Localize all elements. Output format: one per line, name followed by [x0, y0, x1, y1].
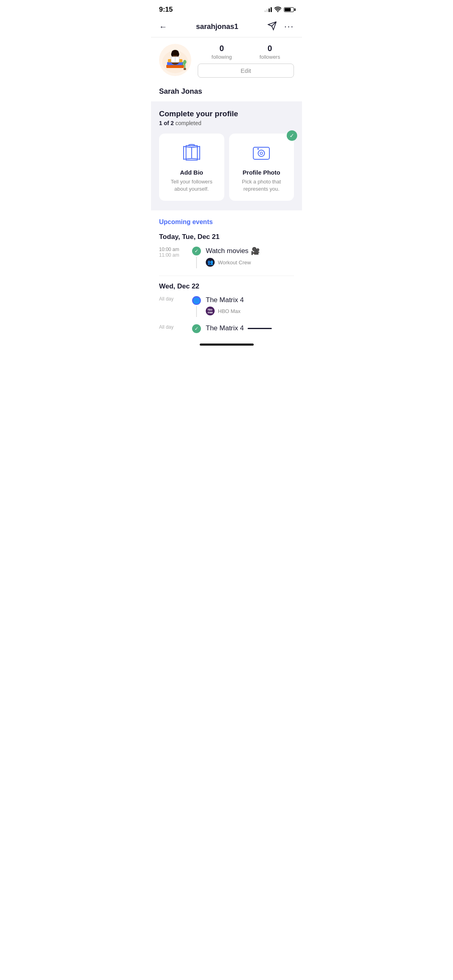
event-time-matrix1: All day	[159, 296, 187, 317]
followers-count: 0	[259, 44, 280, 53]
progress-label: completed	[175, 120, 201, 126]
more-icon[interactable]: ···	[284, 21, 294, 32]
svg-point-7	[171, 52, 174, 56]
event-content-watch: Watch movies 🎥 👥 Workout Crew	[206, 247, 294, 268]
svg-point-19	[260, 152, 263, 154]
bio-card-desc: Tell your followers about yourself.	[165, 178, 218, 193]
following-label: following	[211, 54, 232, 60]
status-time: 9:15	[159, 6, 173, 14]
workout-crew-avatar: 👥	[206, 258, 215, 267]
event-name-matrix2: The Matrix 4	[206, 324, 294, 332]
hbo-max-name: HBO Max	[218, 308, 240, 314]
battery-icon	[284, 7, 294, 12]
complete-profile-section: Complete your profile 1 of 2 completed A…	[151, 101, 302, 210]
svg-point-18	[258, 150, 265, 156]
photo-card-title: Profile Photo	[236, 169, 288, 176]
bio-icon	[165, 142, 218, 164]
back-button[interactable]: ←	[159, 22, 167, 31]
add-bio-card[interactable]: Add Bio Tell your followers about yourse…	[159, 134, 224, 201]
event-time-watch: 10:00 am 11:00 am	[159, 247, 187, 268]
watch-emoji: 🎥	[251, 247, 260, 255]
following-count: 0	[211, 44, 232, 53]
event-allday-1: All day	[159, 296, 187, 302]
event-indicator-matrix1: 🌐	[192, 296, 201, 317]
event-item-watch-movies[interactable]: 10:00 am 11:00 am ✓ Watch movies 🎥 👥 Wor…	[159, 247, 294, 268]
followers-stat: 0 followers	[259, 44, 280, 60]
event-indicator-watch: ✓	[192, 247, 201, 268]
event-time-from: 10:00 am	[159, 247, 187, 252]
event-name-watch: Watch movies 🎥	[206, 247, 294, 255]
workout-crew-name: Workout Crew	[218, 259, 251, 266]
event-time-to: 11:00 am	[159, 252, 187, 258]
header-action-icons: ···	[267, 21, 294, 32]
svg-point-8	[177, 52, 179, 56]
profile-cards-container: Add Bio Tell your followers about yourse…	[159, 134, 294, 201]
display-name: Sarah Jonas	[151, 87, 302, 101]
avatar	[159, 44, 191, 76]
event-time-matrix2: All day	[159, 324, 187, 336]
edit-profile-button[interactable]: Edit	[198, 64, 294, 78]
events-section: Upcoming events Today, Tue, Dec 21 10:00…	[151, 210, 302, 336]
send-icon[interactable]	[267, 21, 277, 32]
event-content-matrix1: The Matrix 4 hbomax HBO Max	[206, 296, 294, 317]
profile-photo-card[interactable]: ✓ Profile Photo Pick a photo that repres…	[229, 134, 294, 201]
followers-label: followers	[259, 54, 280, 60]
svg-rect-15	[184, 68, 186, 70]
profile-stats: 0 following 0 followers Edit	[198, 44, 294, 78]
bio-card-title: Add Bio	[165, 169, 218, 176]
event-dot-green: ✓	[192, 247, 201, 255]
photo-icon	[236, 142, 288, 164]
profile-section: 0 following 0 followers Edit	[151, 37, 302, 82]
event-content-matrix2: The Matrix 4	[206, 324, 294, 336]
svg-point-20	[257, 148, 259, 150]
event-allday-2: All day	[159, 324, 187, 330]
event-date-wed: Wed, Dec 22	[159, 282, 294, 290]
event-item-matrix-2[interactable]: All day ✓ The Matrix 4	[159, 324, 294, 336]
svg-point-14	[182, 62, 184, 66]
signal-icon	[265, 7, 272, 12]
event-indicator-matrix2: ✓	[192, 324, 201, 336]
status-bar: 9:15	[151, 0, 302, 17]
events-section-title: Upcoming events	[159, 218, 294, 226]
event-group-workout: 👥 Workout Crew	[206, 258, 294, 267]
event-item-matrix-1[interactable]: All day 🌐 The Matrix 4 hbomax HBO Max	[159, 296, 294, 317]
header: ← sarahjonas1 ···	[151, 17, 302, 37]
photo-card-desc: Pick a photo that represents you.	[236, 178, 288, 193]
progress-count: 1 of 2	[159, 120, 174, 126]
event-dot-green2: ✓	[192, 324, 201, 333]
home-indicator	[200, 344, 254, 346]
event-date-today: Today, Tue, Dec 21	[159, 233, 294, 241]
event-group-hbo: hbomax HBO Max	[206, 307, 294, 315]
username-title: sarahjonas1	[196, 23, 238, 31]
hbo-max-avatar: hbomax	[206, 307, 215, 315]
status-icons	[265, 6, 294, 13]
completed-badge: ✓	[287, 130, 297, 141]
wifi-icon	[274, 6, 281, 13]
event-dot-blue: 🌐	[192, 296, 201, 305]
svg-rect-17	[253, 147, 269, 159]
following-stat: 0 following	[211, 44, 232, 60]
event-name-matrix1: The Matrix 4	[206, 296, 294, 304]
complete-profile-progress: 1 of 2 completed	[159, 120, 294, 126]
complete-profile-title: Complete your profile	[159, 109, 294, 118]
svg-rect-2	[166, 65, 184, 68]
